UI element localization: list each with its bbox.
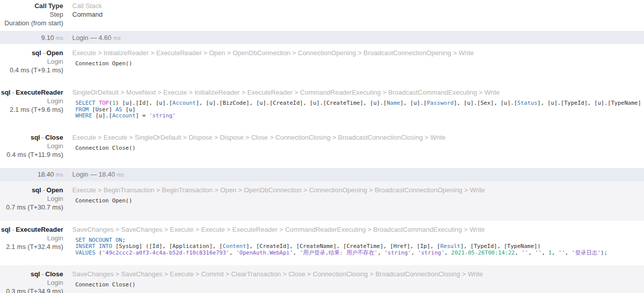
gap-row: 18.40 msLogin — 18.40 ms	[0, 168, 644, 181]
sql-token-kwd: Content	[222, 243, 246, 249]
query-row-left-column: sql-OpenLogin0.7 ms (T+30.7 ms)	[0, 186, 68, 212]
query-row-right-column: Execute > Execute > SingleOrDefault > Di…	[68, 133, 644, 159]
sql-token-pln: ], [CreateId], [CreateName], [CreateTime…	[246, 243, 440, 249]
sql-token-kwd: Account	[172, 100, 196, 106]
query-row-left-column: sql-ExecuteReaderLogin2.1 ms (T+32.4 ms)	[0, 225, 68, 257]
sql-code-line: Connection Close()	[75, 145, 644, 152]
sql-command: SELECT TOP(1) [u].[Id], [u].[Account], […	[75, 100, 644, 119]
sql-token-pln: ,	[551, 249, 558, 256]
gap-duration-cell: 18.40 ms	[0, 171, 68, 178]
sql-token-pln: ,	[293, 249, 300, 256]
sql-command: Connection Open()	[75, 198, 644, 204]
sql-token-pln: [SysLog] ([Id], [Application], [	[112, 243, 223, 249]
sql-token-pln: Connection Open()	[75, 198, 132, 204]
sql-token-str: 'OpenAuth.WebApi'	[236, 249, 293, 256]
gap-step-label: Login — 18.40	[72, 171, 115, 178]
header-right-column: Call Stack Command	[68, 2, 644, 27]
sql-token-pln: [u].[	[92, 112, 112, 119]
sql-token-pln: ,	[565, 249, 572, 256]
call-type-separator: -	[41, 134, 43, 141]
step-header: Step	[0, 10, 63, 19]
call-type-prefix: sql	[30, 270, 40, 278]
sql-token-str: ''	[522, 249, 528, 256]
gap-label-unit: ms	[117, 172, 124, 178]
duration-header: Duration (from start)	[0, 19, 63, 27]
gap-duration-value: 18.40	[37, 171, 54, 178]
call-type-prefix: sql	[32, 49, 41, 57]
sql-token-typ: TOP	[99, 100, 109, 106]
query-row: sql-OpenLogin0.7 ms (T+30.7 ms)Execute >…	[0, 181, 644, 221]
query-row-left-column: sql-CloseLogin0.4 ms (T+11.9 ms)	[0, 133, 68, 159]
sql-code-line: SELECT TOP(1) [u].[Id], [u].[Account], […	[75, 100, 644, 107]
call-type-separator: -	[12, 89, 14, 96]
sql-code-line: Connection Open()	[75, 198, 644, 204]
call-type: sql-Close	[0, 270, 63, 278]
call-type: sql-ExecuteReader	[0, 225, 63, 234]
step-label: Login	[0, 234, 63, 242]
sql-token-pln: ], [u].[	[400, 100, 427, 106]
sql-token-pln: ,	[229, 249, 236, 256]
sql-token-lit: 2021-05-26T00:14:22	[451, 249, 515, 256]
query-row-left-column: sql-OpenLogin0.4 ms (T+9.1 ms)	[0, 49, 68, 74]
sql-code-line: VALUES ('49c2ccc2-a0f3-4c4a-b52d-f10c831…	[75, 250, 644, 257]
sql-token-str: 'string'	[149, 112, 176, 119]
sql-token-kwd: FROM	[75, 106, 89, 113]
sql-token-pln: ], [u].[TypeId], [u].[TypeName]	[537, 100, 641, 106]
query-row-left-column: sql-ExecuteReaderLogin2.1 ms (T+9.6 ms)	[0, 88, 68, 119]
sql-command: Connection Close()	[75, 282, 644, 288]
sql-token-pln	[85, 237, 89, 243]
sql-token-pln: ,	[378, 249, 384, 256]
sql-token-pln: );	[601, 249, 607, 256]
call-type-separator: -	[41, 270, 43, 278]
sql-token-str: 'string'	[384, 249, 411, 256]
sql-token-pln: ) [u].[Id], [u].[	[116, 100, 173, 106]
rows-container: 9.10 msLogin — 4.60 mssql-OpenLogin0.4 m…	[0, 31, 644, 293]
call-type: sql-Close	[0, 133, 63, 142]
sql-token-pln: ,	[528, 249, 535, 256]
sql-token-pln: ], [u].[BizCode], [u].[CreateId], [u].[C…	[196, 100, 387, 106]
sql-token-kwd: Result	[440, 243, 461, 249]
sql-token-kwd: ON	[115, 237, 122, 243]
call-type: sql-Open	[0, 49, 63, 57]
sql-token-kwd: AS	[115, 106, 122, 113]
step-label: Login	[0, 142, 63, 150]
query-row-left-column: sql-CloseLogin0.3 ms (T+34.9 ms)	[0, 270, 68, 293]
call-type: sql-Open	[0, 186, 63, 194]
call-type-method: ExecuteReader	[16, 89, 63, 96]
sql-token-str: '登录日志'	[572, 249, 601, 256]
call-type-header: Call Type	[0, 2, 63, 10]
query-row: sql-CloseLogin0.3 ms (T+34.9 ms)SaveChan…	[0, 265, 644, 293]
duration-label: 0.4 ms (T+9.1 ms)	[0, 66, 63, 74]
sql-token-pln: ;	[122, 237, 126, 243]
sql-token-pln: (	[109, 100, 112, 106]
sql-token-kwd: Status	[517, 100, 537, 106]
gap-duration-unit: ms	[56, 35, 63, 41]
call-type-prefix: sql	[32, 186, 41, 194]
call-stack: SaveChanges > SaveChanges > Execute > Co…	[72, 270, 644, 278]
call-type-method: Open	[47, 186, 63, 194]
duration-label: 0.4 ms (T+11.9 ms)	[0, 150, 63, 159]
query-profiler-panel: Call Type Step Duration (from start) Cal…	[0, 0, 644, 293]
header-left-column: Call Type Step Duration (from start)	[0, 2, 68, 27]
call-stack: Execute > InitializeReader > ExecuteRead…	[72, 49, 644, 57]
query-row-right-column: SaveChanges > SaveChanges > Execute > Ex…	[68, 225, 644, 257]
call-stack-header: Call Stack	[72, 2, 644, 10]
query-row: sql-OpenLogin0.4 ms (T+9.1 ms)Execute > …	[0, 44, 644, 83]
call-stack: Execute > Execute > SingleOrDefault > Di…	[72, 133, 644, 142]
duration-label: 0.7 ms (T+30.7 ms)	[0, 203, 63, 212]
sql-token-kwd: INTO	[99, 243, 112, 249]
query-row-right-column: SaveChanges > SaveChanges > Execute > Co…	[68, 270, 644, 293]
sql-token-str: '用户登录,结果: 用户不存在'	[300, 249, 378, 256]
sql-token-pln: (	[96, 249, 102, 256]
call-stack: SingleOrDefault > MoveNext > Execute > I…	[72, 88, 644, 97]
query-row: sql-ExecuteReaderLogin2.1 ms (T+32.4 ms)…	[0, 221, 644, 266]
query-row: sql-ExecuteReaderLogin2.1 ms (T+9.6 ms)S…	[0, 83, 644, 129]
call-type-method: ExecuteReader	[16, 226, 63, 233]
sql-token-kwd: SELECT	[75, 100, 96, 106]
sql-token-pln: ,	[515, 249, 521, 256]
sql-token-pln: ,	[541, 249, 548, 256]
sql-command: Connection Open()	[75, 61, 644, 67]
gap-duration-unit: ms	[56, 172, 63, 178]
duration-label: 0.3 ms (T+34.9 ms)	[0, 287, 63, 293]
sql-token-pln: ], [TypeId], [TypeName])	[461, 243, 541, 249]
